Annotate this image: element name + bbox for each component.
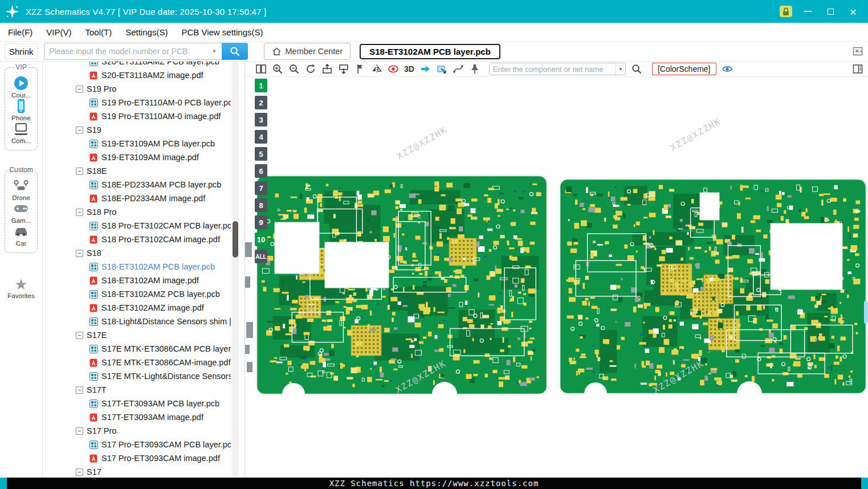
tree-item-label: S17 Pro-ET3093CAM PCB layer.pcb (101, 440, 231, 449)
layer-button-2[interactable]: 2 (255, 96, 267, 109)
tree-file-s18-et3102am-pcb-layer-pcb[interactable]: S18-ET3102AM PCB layer.pcb (43, 260, 231, 274)
collapse-minus-icon[interactable]: − (76, 427, 83, 435)
top-view-icon[interactable] (321, 63, 333, 75)
menu-item-vip-v[interactable]: VIP(V) (46, 27, 71, 37)
tree-file-s18-light-distance-sensors-shim[interactable]: S18-Light&Distance Sensors shim | (43, 315, 231, 328)
tree-scrollbar[interactable] (232, 62, 239, 478)
tree-file-s17e-mtk-light-distance-sensors[interactable]: S17E MTK-Light&Distance Sensors (43, 369, 231, 383)
zoom-in-icon[interactable] (272, 63, 283, 75)
pan-arrow-icon[interactable] (419, 63, 431, 75)
minimize-button[interactable] (798, 3, 817, 19)
layer-button-10[interactable]: 10 (255, 233, 267, 246)
menu-item-tool-t[interactable]: Tool(T) (85, 27, 112, 37)
tree-file-s19-pro-et3110am-0-pcb-layer-pcb[interactable]: S19 Pro-ET3110AM-0 PCB layer.pcb (43, 96, 231, 109)
tree-group-s17t[interactable]: −S17T (43, 383, 231, 397)
rail-item-drone[interactable]: Drone (11, 178, 31, 201)
tree-file-s19-et3109am-pcb-layer-pcb[interactable]: S19-ET3109AM PCB layer.pcb (43, 137, 231, 150)
collapse-minus-icon[interactable]: − (76, 386, 83, 394)
member-center-button[interactable]: Member Center (264, 43, 351, 60)
tree-file-s18-et3102am-image-pdf[interactable]: S18-ET3102AM image.pdf (43, 274, 231, 287)
bottom-view-icon[interactable] (338, 63, 349, 75)
license-lock-icon[interactable] (778, 4, 794, 19)
rotate-view-icon[interactable] (305, 63, 316, 75)
rail-item-car[interactable]: Car (11, 224, 31, 247)
tree-group-s17e[interactable]: −S17E (43, 328, 231, 342)
component-search-input[interactable] (490, 63, 616, 75)
tree-file-s18e-pd2334am-image-pdf[interactable]: S18E-PD2334AM image.pdf (43, 191, 231, 205)
tree-scrollbar-thumb[interactable] (233, 221, 238, 258)
tree-file-s20-et3118amz-pcb-layer-pcb[interactable]: S20-ET3118AMZ PCB layer.pcb (43, 62, 231, 68)
chevron-down-icon[interactable]: ▼ (616, 63, 625, 75)
tree-item-label: S18E (87, 166, 107, 176)
menu-item-file-f[interactable]: File(F) (8, 27, 32, 37)
xray-eye-icon[interactable] (388, 63, 399, 75)
tree-file-s17e-mtk-et3086cam-pcb-layer-p[interactable]: S17E MTK-ET3086CAM PCB layer.p (43, 342, 231, 356)
tree-file-s17e-mtk-et3086cam-image-pdf[interactable]: S17E MTK-ET3086CAM-image.pdf (43, 356, 231, 369)
rail-item-phone[interactable]: Phone (11, 99, 31, 121)
layer-button-9[interactable]: 9 (255, 215, 267, 229)
shrink-button[interactable]: Shrink (5, 43, 38, 59)
model-search-button[interactable] (222, 43, 248, 60)
layer-button-1[interactable]: 1 (255, 79, 267, 92)
tree-file-s17-pro-et3093cam-image-pdf[interactable]: S17 Pro-ET3093CAM image.pdf (43, 451, 231, 465)
pcb-canvas-area[interactable]: XZZ@XZZHKXZZ@XZZHKXZZ@XZZHKXZZ@XZZHK 123… (245, 77, 868, 478)
layer-button-all[interactable]: ALL (255, 250, 267, 263)
tree-file-s18-pro-et3102cam-image-pdf[interactable]: S18 Pro-ET3102CAM image.pdf (43, 233, 231, 246)
measure-curve-icon[interactable] (453, 63, 464, 75)
menu-item-pcb-view-settings-s[interactable]: PCB View settings(S) (181, 27, 263, 37)
close-button[interactable]: × (844, 3, 862, 19)
rail-item-cour[interactable]: Cour... (11, 76, 31, 99)
collapse-minus-icon[interactable]: − (76, 168, 83, 175)
layer-button-6[interactable]: 6 (255, 164, 267, 178)
tree-file-s20-et3118amz-image-pdf[interactable]: S20-ET3118AMZ image.pdf (43, 68, 231, 82)
net-search-icon[interactable] (631, 63, 642, 75)
tree-file-s17t-et3093am-pcb-layer-pcb[interactable]: S17T-ET3093AM PCB layer.pcb (43, 397, 231, 410)
pcb-board-image[interactable]: XZZ@XZZHKXZZ@XZZHKXZZ@XZZHKXZZ@XZZHK (245, 77, 868, 478)
tree-file-s17-pro-et3093cam-pcb-layer-pcb[interactable]: S17 Pro-ET3093CAM PCB layer.pcb (43, 438, 231, 451)
collapse-minus-icon[interactable]: − (76, 209, 83, 216)
layer-button-3[interactable]: 3 (255, 113, 267, 127)
favorites-button[interactable]: ★ Favorites (7, 277, 34, 299)
tree-group-s17[interactable]: −S17 (43, 465, 231, 478)
tree-group-s19[interactable]: −S19 (43, 123, 231, 137)
collapse-minus-icon[interactable]: − (76, 332, 83, 339)
tree-file-s18-et3102amz-pcb-layer-pcb[interactable]: S18-ET3102AMZ PCB layer.pcb (43, 287, 231, 301)
rail-item-gam[interactable]: Gam... (11, 201, 31, 224)
close-panel-icon[interactable] (852, 46, 863, 57)
tree-group-s17-pro[interactable]: −S17 Pro (43, 424, 231, 438)
split-view-icon[interactable] (255, 63, 267, 75)
tree-file-s19-et3109am-image-pdf[interactable]: S19-ET3109AM image.pdf (43, 150, 231, 164)
area-select-icon[interactable] (436, 63, 447, 75)
layer-button-4[interactable]: 4 (255, 130, 267, 144)
layer-button-8[interactable]: 8 (255, 198, 267, 212)
canvas-scrollbar-thumb[interactable] (864, 301, 868, 324)
tree-group-s18[interactable]: −S18 (43, 246, 231, 260)
layer-button-7[interactable]: 7 (255, 181, 267, 195)
tree-file-s19-pro-et3110am-0-image-pdf[interactable]: S19 Pro-ET3110AM-0 image.pdf (43, 109, 231, 123)
collapse-minus-icon[interactable]: − (76, 85, 83, 93)
flag-probe-icon[interactable] (354, 63, 366, 75)
model-search-input[interactable] (44, 43, 222, 60)
tree-file-s17t-et3093am-image-pdf[interactable]: S17T-ET3093AM image.pdf (43, 410, 231, 424)
rail-item-com[interactable]: Com... (11, 121, 31, 144)
maximize-button[interactable] (821, 3, 840, 19)
layer-button-5[interactable]: 5 (255, 147, 267, 161)
tree-file-s18-pro-et3102cam-pcb-layer-pcb[interactable]: S18 Pro-ET3102CAM PCB layer.pcb (43, 219, 231, 233)
3d-view-button[interactable]: 3D (404, 64, 414, 74)
tree-group-s18e[interactable]: −S18E (43, 164, 231, 178)
zoom-out-icon[interactable] (288, 63, 300, 75)
layer-panel-icon[interactable] (852, 63, 863, 75)
tree-file-s18e-pd2334am-pcb-layer-pcb[interactable]: S18E-PD2334AM PCB layer.pcb (43, 178, 231, 191)
pushpin-icon[interactable] (469, 63, 480, 75)
tree-file-s18-et3102amz-image-pdf[interactable]: S18-ET3102AMZ image.pdf (43, 301, 231, 315)
color-scheme-button[interactable]: [ColorScheme] (652, 63, 716, 75)
tree-group-s19-pro[interactable]: −S19 Pro (43, 82, 231, 96)
menu-item-settings-s[interactable]: Settings(S) (125, 27, 168, 37)
active-pcb-tab[interactable]: S18-ET3102AM PCB layer.pcb (360, 44, 500, 59)
collapse-minus-icon[interactable]: − (76, 468, 83, 476)
visibility-eye-icon[interactable] (722, 63, 733, 75)
flip-horizontal-icon[interactable] (371, 63, 382, 75)
collapse-minus-icon[interactable]: − (76, 250, 83, 257)
collapse-minus-icon[interactable]: − (76, 127, 83, 134)
tree-group-s18-pro[interactable]: −S18 Pro (43, 205, 231, 219)
